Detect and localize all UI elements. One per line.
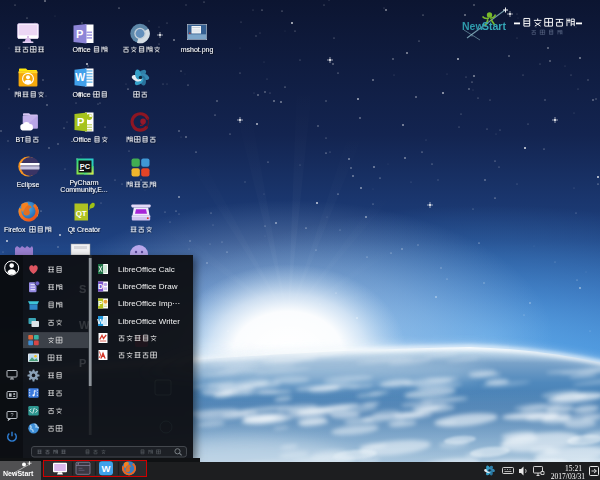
svg-text:LibreOffice Imp···: LibreOffice Imp··· [118, 299, 180, 308]
svg-text:?: ? [10, 412, 13, 418]
svg-text:Office: Office [73, 91, 91, 98]
svg-text:P: P [79, 357, 86, 369]
svg-text:W: W [101, 462, 110, 473]
svg-text:LibreOffice Draw: LibreOffice Draw [118, 282, 178, 291]
svg-text:P: P [98, 300, 103, 307]
svg-text:2017/03/31: 2017/03/31 [551, 472, 585, 480]
svg-text:mshot.png: mshot.png [181, 46, 214, 54]
svg-text:Firefox: Firefox [4, 226, 26, 233]
svg-text:W: W [79, 319, 90, 331]
svg-text:S: S [79, 283, 86, 295]
svg-text:LibreOffice Calc: LibreOffice Calc [118, 264, 175, 273]
svg-text:NewStart: NewStart [3, 470, 34, 477]
svg-text:W: W [97, 317, 104, 324]
svg-text:LibreOffice Writer: LibreOffice Writer [118, 316, 180, 325]
svg-text:Community,E...: Community,E... [60, 186, 107, 194]
svg-text:Eclipse: Eclipse [17, 181, 40, 189]
svg-text:Start: Start [482, 20, 506, 32]
svg-text:D: D [98, 283, 103, 290]
svg-text:Qt Creator: Qt Creator [68, 226, 101, 234]
svg-text:BT: BT [16, 136, 26, 143]
svg-text:.Office: .Office [71, 136, 91, 143]
svg-text:Office: Office [73, 46, 91, 53]
